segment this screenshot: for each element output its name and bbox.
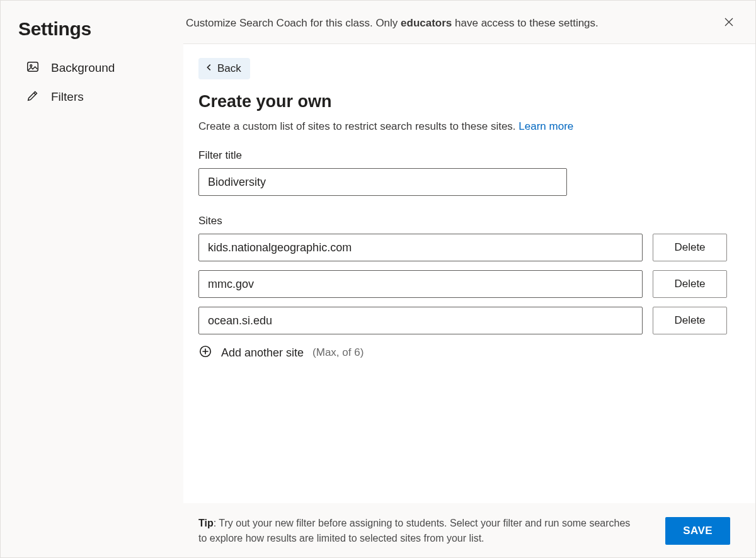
site-row: Delete xyxy=(198,234,738,261)
footer-tip: Tip: Try out your new filter before assi… xyxy=(198,516,639,546)
sidebar-item-label: Background xyxy=(51,61,115,75)
sidebar-title: Settings xyxy=(18,18,171,40)
header-suffix: have access to these settings. xyxy=(452,17,598,29)
site-input[interactable] xyxy=(198,270,643,298)
add-site-label: Add another site xyxy=(221,346,304,360)
save-button[interactable]: SAVE xyxy=(665,517,730,545)
settings-sidebar: Settings Background xyxy=(1,1,183,557)
page-subtitle: Create a custom list of sites to restric… xyxy=(198,120,738,133)
add-site-hint: (Max, of 6) xyxy=(312,346,364,359)
learn-more-link[interactable]: Learn more xyxy=(518,120,573,132)
site-row: Delete xyxy=(198,270,738,298)
sites-label: Sites xyxy=(198,215,738,227)
back-label: Back xyxy=(217,62,241,75)
tip-label: Tip xyxy=(198,518,214,528)
back-button[interactable]: Back xyxy=(198,58,250,79)
site-input[interactable] xyxy=(198,234,643,261)
image-icon xyxy=(26,60,40,77)
filter-title-label: Filter title xyxy=(198,149,738,162)
close-button[interactable] xyxy=(720,14,738,32)
site-input[interactable] xyxy=(198,307,643,334)
header-description: Customize Search Coach for this class. O… xyxy=(186,17,598,30)
main-panel: Back Create your own Create a custom lis… xyxy=(183,44,755,503)
svg-rect-0 xyxy=(28,62,38,71)
pencil-icon xyxy=(26,89,40,106)
sidebar-item-label: Filters xyxy=(51,90,84,104)
right-column: Customize Search Coach for this class. O… xyxy=(183,1,755,557)
add-site-button[interactable]: Add another site (Max, of 6) xyxy=(198,344,738,361)
site-row: Delete xyxy=(198,307,738,334)
sites-section: Sites Delete Delete Delete xyxy=(198,215,738,361)
sidebar-item-background[interactable]: Background xyxy=(18,54,171,83)
delete-site-button[interactable]: Delete xyxy=(653,270,727,298)
delete-site-button[interactable]: Delete xyxy=(653,234,727,261)
close-icon xyxy=(724,17,734,30)
header-bar: Customize Search Coach for this class. O… xyxy=(183,1,755,44)
header-bold: educators xyxy=(401,17,452,29)
tip-body: : Try out your new filter before assigni… xyxy=(198,518,630,544)
dialog-body: Settings Background xyxy=(1,1,755,557)
settings-dialog: Settings Background xyxy=(0,0,756,558)
subtitle-text: Create a custom list of sites to restric… xyxy=(198,120,518,132)
plus-circle-icon xyxy=(198,344,212,361)
page-title: Create your own xyxy=(198,92,738,111)
footer-bar: Tip: Try out your new filter before assi… xyxy=(183,503,755,557)
delete-site-button[interactable]: Delete xyxy=(653,307,727,334)
svg-point-1 xyxy=(30,64,32,66)
header-prefix: Customize Search Coach for this class. O… xyxy=(186,17,401,29)
filter-title-input[interactable] xyxy=(198,168,567,196)
chevron-left-icon xyxy=(205,62,214,75)
sidebar-item-filters[interactable]: Filters xyxy=(18,83,171,111)
